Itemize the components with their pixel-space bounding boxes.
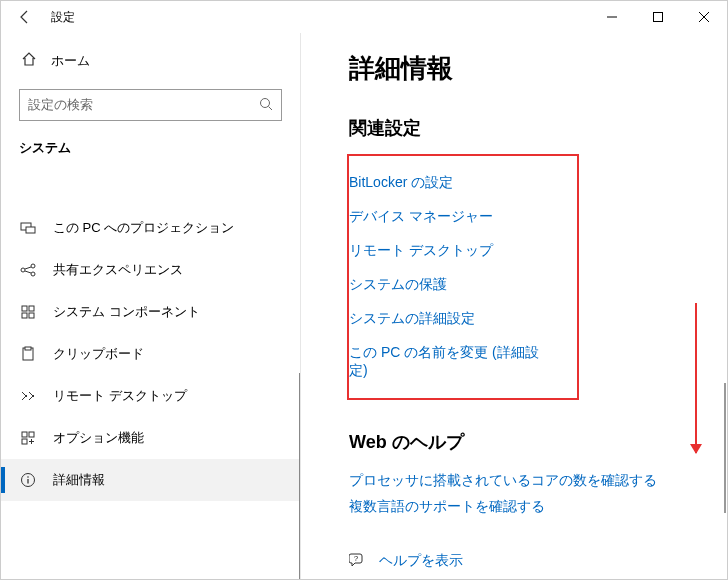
- svg-line-11: [25, 267, 31, 269]
- scrollbar-thumb[interactable]: [724, 383, 726, 513]
- sidebar-item-optional-features[interactable]: オプション機能: [1, 417, 300, 459]
- sidebar-item-projection[interactable]: この PC へのプロジェクション: [1, 207, 300, 249]
- sidebar-home-label: ホーム: [51, 52, 90, 70]
- sidebar-item-label: 詳細情報: [53, 471, 105, 489]
- web-help-header: Web のヘルプ: [349, 430, 727, 454]
- link-device-manager[interactable]: デバイス マネージャー: [349, 200, 549, 234]
- minimize-button[interactable]: [589, 1, 635, 33]
- svg-rect-13: [22, 306, 27, 311]
- window-controls: [589, 1, 727, 33]
- svg-line-12: [25, 271, 31, 273]
- svg-line-5: [269, 106, 273, 110]
- link-bitlocker[interactable]: BitLocker の設定: [349, 166, 549, 200]
- svg-point-29: [27, 476, 29, 478]
- svg-rect-14: [29, 306, 34, 311]
- components-icon: [19, 304, 37, 320]
- link-multilang-support[interactable]: 複数言語のサポートを確認する: [349, 494, 727, 520]
- clipboard-icon: [19, 346, 37, 362]
- home-icon: [21, 51, 37, 71]
- sidebar-home[interactable]: ホーム: [1, 43, 300, 79]
- svg-point-9: [31, 264, 35, 268]
- container: ホーム 設定の検索 システム この PC へのプロジェクション 共有エクスペリエ…: [1, 33, 727, 579]
- sidebar-item-label: この PC へのプロジェクション: [53, 219, 234, 237]
- svg-line-22: [29, 395, 34, 400]
- related-settings-header: 関連設定: [349, 116, 727, 140]
- svg-point-10: [31, 272, 35, 276]
- sidebar-item-label: クリップボード: [53, 345, 144, 363]
- svg-rect-23: [22, 432, 27, 437]
- sidebar-item-shared-experiences[interactable]: 共有エクスペリエンス: [1, 249, 300, 291]
- optional-features-icon: [19, 430, 37, 446]
- svg-rect-25: [22, 439, 27, 444]
- info-icon: [19, 472, 37, 488]
- sidebar-item-clipboard[interactable]: クリップボード: [1, 333, 300, 375]
- maximize-button[interactable]: [635, 1, 681, 33]
- svg-rect-18: [25, 347, 31, 350]
- arrow-left-icon: [17, 9, 33, 25]
- help-icon: ?: [349, 552, 365, 570]
- svg-rect-15: [22, 313, 27, 318]
- sidebar-item-system-components[interactable]: システム コンポーネント: [1, 291, 300, 333]
- svg-text:?: ?: [354, 554, 359, 563]
- sidebar-item-about[interactable]: 詳細情報: [1, 459, 300, 501]
- link-processor-cores[interactable]: プロセッサに搭載されているコアの数を確認する: [349, 468, 727, 494]
- page-title: 詳細情報: [349, 51, 727, 86]
- link-give-feedback[interactable]: フィードバックの送信: [349, 576, 727, 579]
- sidebar-item-label: リモート デスクトップ: [53, 387, 187, 405]
- link-label: ヘルプを表示: [379, 552, 463, 570]
- search-placeholder: 設定の検索: [28, 96, 259, 114]
- main-content: 詳細情報 関連設定 BitLocker の設定 デバイス マネージャー リモート…: [301, 33, 727, 579]
- sidebar-divider: [299, 373, 300, 579]
- close-icon: [699, 12, 709, 22]
- sidebar-item-label: システム コンポーネント: [53, 303, 200, 321]
- svg-point-4: [261, 98, 270, 107]
- svg-rect-16: [29, 313, 34, 318]
- annotation-highlight-box: BitLocker の設定 デバイス マネージャー リモート デスクトップ シス…: [347, 154, 579, 400]
- link-remote-desktop[interactable]: リモート デスクトップ: [349, 234, 549, 268]
- sidebar-section-title: システム: [1, 139, 300, 171]
- titlebar: 設定: [1, 1, 727, 33]
- remote-desktop-icon: [19, 388, 37, 404]
- link-advanced-system-settings[interactable]: システムの詳細設定: [349, 302, 549, 336]
- shared-icon: [19, 262, 37, 278]
- svg-line-20: [22, 395, 27, 400]
- annotation-arrow: [695, 303, 697, 453]
- maximize-icon: [653, 12, 663, 22]
- nav-spacer: [1, 171, 300, 207]
- back-button[interactable]: [9, 1, 41, 33]
- close-button[interactable]: [681, 1, 727, 33]
- svg-rect-7: [26, 227, 35, 233]
- search-input[interactable]: 設定の検索: [19, 89, 282, 121]
- svg-rect-24: [29, 432, 34, 437]
- minimize-icon: [607, 12, 617, 22]
- svg-point-8: [21, 268, 25, 272]
- sidebar-item-remote-desktop[interactable]: リモート デスクトップ: [1, 375, 300, 417]
- search-icon: [259, 97, 273, 114]
- sidebar: ホーム 設定の検索 システム この PC へのプロジェクション 共有エクスペリエ…: [1, 33, 301, 579]
- sidebar-item-label: オプション機能: [53, 429, 144, 447]
- scrollbar-track[interactable]: [713, 33, 727, 579]
- link-get-help[interactable]: ? ヘルプを表示: [349, 546, 727, 576]
- sidebar-item-label: 共有エクスペリエンス: [53, 261, 183, 279]
- projection-icon: [19, 220, 37, 236]
- link-rename-pc-advanced[interactable]: この PC の名前を変更 (詳細設定): [349, 336, 549, 388]
- window-title: 設定: [51, 9, 75, 26]
- link-system-protection[interactable]: システムの保護: [349, 268, 549, 302]
- svg-rect-1: [654, 13, 663, 22]
